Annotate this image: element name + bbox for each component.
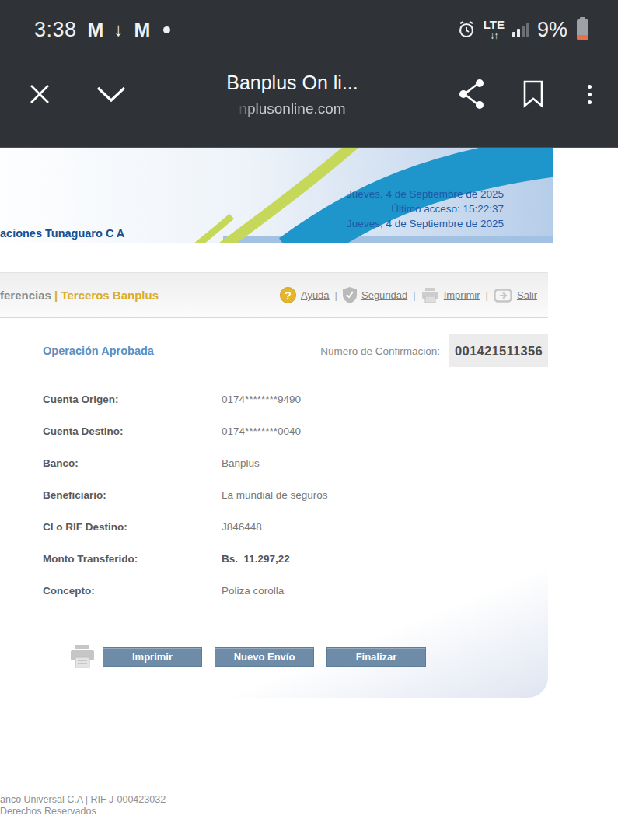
finalizar-button[interactable]: Finalizar bbox=[326, 647, 426, 667]
page-title: Banplus On li... bbox=[226, 72, 358, 94]
android-chrome: 3:38 M ↓ M LTE ↓↑ 9% bbox=[0, 0, 618, 148]
field-row: Cuenta Origen: 0174********9490 bbox=[0, 383, 548, 415]
field-row: Beneficiario: La mundial de seguros bbox=[0, 478, 548, 510]
field-row: Cuenta Destino: 0174********0040 bbox=[0, 415, 548, 446]
field-label: Monto Transferido: bbox=[43, 552, 138, 564]
site-footer: anco Universal C.A | RIF J-000423032 Der… bbox=[0, 782, 618, 817]
field-value: 0174********0040 bbox=[222, 425, 301, 436]
field-value: Banplus bbox=[222, 457, 260, 468]
field-row: Banco: Banplus bbox=[0, 446, 548, 478]
amount-value: Bs. 11.297,22 bbox=[222, 552, 290, 564]
receipt-header: Operación Aprobada Número de Confirmació… bbox=[0, 334, 548, 367]
nav-link-seguridad[interactable]: Seguridad bbox=[343, 287, 407, 303]
close-icon[interactable] bbox=[23, 78, 56, 110]
ayuda-link[interactable]: Ayuda bbox=[301, 289, 330, 301]
imprimir-button[interactable]: Imprimir bbox=[103, 647, 202, 667]
receipt-fields: Cuenta Origen: 0174********9490 Cuenta D… bbox=[0, 383, 548, 606]
field-label: Concepto: bbox=[43, 584, 95, 596]
field-value: Poliza corolla bbox=[222, 584, 284, 596]
printer-icon bbox=[421, 288, 439, 303]
battery-icon bbox=[577, 19, 588, 40]
confirmation-number: 001421511356 bbox=[449, 334, 548, 367]
account-holder-name: aciones Tunaguaro C A bbox=[0, 227, 124, 240]
field-row: CI o RIF Destino: J846448 bbox=[0, 510, 548, 542]
breadcrumb-trail: ferencias bbox=[0, 289, 51, 302]
screen: 3:38 M ↓ M LTE ↓↑ 9% bbox=[0, 0, 618, 840]
footer-line-2: Derechos Reservados bbox=[0, 806, 618, 817]
field-row: Monto Transferido: Bs. 11.297,22 bbox=[0, 542, 548, 574]
last-access-line: Último acceso: 15:22:37 bbox=[347, 201, 504, 216]
transfer-receipt-panel: Operación Aprobada Número de Confirmació… bbox=[0, 334, 548, 698]
field-label: CI o RIF Destino: bbox=[43, 520, 127, 532]
confirmation-label: Número de Confirmación: bbox=[320, 345, 440, 357]
shield-icon bbox=[343, 287, 357, 303]
network-type-icon: LTE ↓↑ bbox=[484, 19, 505, 40]
link-separator: | bbox=[335, 289, 337, 301]
section-navbar: ferencias | Terceros Banplus ? Ayuda | S… bbox=[0, 272, 548, 318]
field-value: J846448 bbox=[222, 520, 262, 532]
breadcrumb: ferencias | Terceros Banplus bbox=[0, 289, 159, 302]
bookmark-icon[interactable] bbox=[518, 75, 549, 113]
exit-icon bbox=[494, 289, 512, 303]
date-line: Jueves, 4 de Septiembre de 2025 bbox=[347, 187, 504, 201]
nav-link-salir[interactable]: Salir bbox=[494, 289, 537, 303]
breadcrumb-current: Terceros Banplus bbox=[61, 289, 159, 302]
field-label: Beneficiario: bbox=[43, 488, 106, 500]
link-separator: | bbox=[413, 289, 415, 301]
salir-link[interactable]: Salir bbox=[517, 289, 537, 301]
operation-status: Operación Aprobada bbox=[43, 345, 154, 357]
battery-percent: 9% bbox=[537, 18, 567, 42]
utility-links: ? Ayuda | Seguridad | Imprimir | bbox=[280, 287, 537, 303]
nav-link-ayuda[interactable]: ? Ayuda bbox=[280, 287, 330, 303]
chevron-down-icon[interactable] bbox=[90, 80, 132, 108]
field-label: Banco: bbox=[43, 457, 79, 468]
session-dates: Jueves, 4 de Septiembre de 2025 Último a… bbox=[347, 187, 504, 231]
nuevo-envio-button[interactable]: Nuevo Envío bbox=[215, 647, 314, 667]
field-row: Concepto: Poliza corolla bbox=[0, 574, 548, 606]
gmail-icon: M bbox=[88, 19, 103, 41]
imprimir-link[interactable]: Imprimir bbox=[444, 289, 480, 301]
breadcrumb-separator: | bbox=[54, 289, 58, 302]
date-line: Jueves, 4 de Septiembre de 2025 bbox=[347, 216, 504, 231]
page-url: nplusonline.com bbox=[239, 100, 345, 117]
bank-banner: Jueves, 4 de Septiembre de 2025 Último a… bbox=[0, 148, 553, 243]
clock-time: 3:38 bbox=[34, 18, 77, 42]
alarm-icon bbox=[457, 20, 476, 39]
share-icon[interactable] bbox=[452, 73, 491, 115]
notification-dot-icon bbox=[163, 26, 170, 33]
footer-line-1: anco Universal C.A | RIF J-000423032 bbox=[0, 794, 618, 806]
link-separator: | bbox=[486, 289, 488, 301]
help-icon: ? bbox=[280, 287, 296, 303]
custom-tab-toolbar: Banplus On li... nplusonline.com bbox=[0, 48, 618, 146]
seguridad-link[interactable]: Seguridad bbox=[361, 289, 407, 301]
overflow-menu-icon[interactable] bbox=[581, 80, 598, 109]
nav-link-imprimir[interactable]: Imprimir bbox=[421, 288, 480, 303]
download-icon: ↓ bbox=[113, 19, 123, 40]
tab-title-block: Banplus On li... nplusonline.com bbox=[132, 72, 452, 117]
field-label: Cuenta Origen: bbox=[43, 393, 119, 404]
field-value: 0174********9490 bbox=[222, 393, 301, 404]
status-bar: 3:38 M ↓ M LTE ↓↑ 9% bbox=[0, 0, 618, 48]
printer-icon bbox=[70, 645, 95, 668]
gmail-icon: M bbox=[134, 19, 149, 41]
field-label: Cuenta Destino: bbox=[43, 425, 124, 436]
field-value: La mundial de seguros bbox=[222, 488, 328, 500]
signal-bars-icon bbox=[512, 22, 529, 37]
receipt-actions: Imprimir Nuevo Envío Finalizar bbox=[0, 645, 548, 668]
